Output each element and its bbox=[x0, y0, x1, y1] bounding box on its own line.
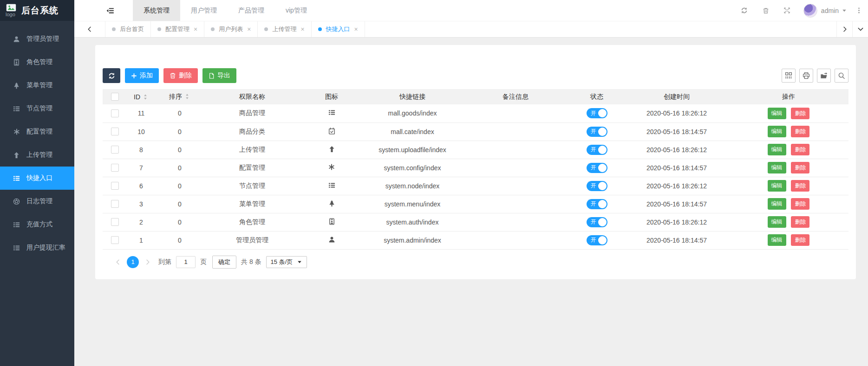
topnav-tab[interactable]: 用户管理 bbox=[180, 0, 228, 21]
page-tab[interactable]: 配置管理 × bbox=[150, 21, 204, 37]
edit-button[interactable]: 编辑 bbox=[768, 144, 786, 155]
tabs-scroll-left-icon[interactable] bbox=[74, 21, 105, 37]
tab-close-icon[interactable]: × bbox=[300, 26, 304, 33]
cell-link: system.node/index bbox=[363, 177, 462, 195]
sidebar-item-label: 充值方式 bbox=[26, 220, 52, 229]
export-button[interactable]: 导出 bbox=[202, 68, 236, 83]
select-caret-down-icon bbox=[297, 259, 302, 265]
status-toggle[interactable]: 开 bbox=[587, 127, 607, 137]
edit-button[interactable]: 编辑 bbox=[768, 108, 786, 119]
status-toggle[interactable]: 开 bbox=[587, 217, 607, 227]
topnav-tab[interactable]: vip管理 bbox=[275, 0, 318, 21]
toggle-columns-button[interactable] bbox=[782, 69, 796, 83]
refresh-button[interactable] bbox=[103, 68, 120, 83]
topnav-tab[interactable]: 系统管理 bbox=[133, 0, 180, 21]
edit-button[interactable]: 编辑 bbox=[768, 126, 786, 137]
more-menu-icon[interactable] bbox=[855, 7, 862, 14]
row-checkbox[interactable] bbox=[111, 128, 119, 135]
sidebar-item[interactable]: 用户提现汇率 bbox=[0, 236, 74, 259]
confirm-page-button[interactable]: 确定 bbox=[212, 256, 236, 269]
status-toggle[interactable]: 开 bbox=[587, 235, 607, 245]
page-size-select[interactable]: 15 条/页 bbox=[266, 256, 307, 268]
status-toggle[interactable]: 开 bbox=[587, 163, 607, 173]
sidebar-item[interactable]: 节点管理 bbox=[0, 97, 74, 120]
page-tab[interactable]: 后台首页 × bbox=[105, 21, 150, 37]
edit-button[interactable]: 编辑 bbox=[768, 180, 786, 192]
user-avatar[interactable] bbox=[803, 4, 817, 18]
cell-link: system.admin/index bbox=[363, 231, 462, 249]
toggle-on-label: 开 bbox=[591, 164, 596, 172]
sidebar-item[interactable]: 菜单管理 bbox=[0, 74, 74, 97]
table-row: 2 0 角色管理 system.auth/index 开 bbox=[103, 213, 848, 231]
sort-icon[interactable] bbox=[184, 93, 190, 100]
status-toggle[interactable]: 开 bbox=[587, 181, 607, 191]
row-delete-button[interactable]: 删除 bbox=[791, 216, 809, 228]
next-page-icon[interactable] bbox=[142, 259, 154, 265]
sidebar-item[interactable]: 角色管理 bbox=[0, 51, 74, 74]
row-delete-button[interactable]: 删除 bbox=[791, 180, 809, 192]
tab-status-dot-icon bbox=[112, 27, 116, 31]
cell-sort: 0 bbox=[156, 195, 204, 213]
page-tab[interactable]: 用户列表 × bbox=[204, 21, 257, 37]
status-toggle[interactable]: 开 bbox=[587, 145, 607, 155]
export-data-button[interactable] bbox=[817, 69, 831, 83]
tab-close-icon[interactable]: × bbox=[247, 26, 251, 33]
cell-link: system.auth/index bbox=[363, 213, 462, 231]
print-button[interactable] bbox=[799, 69, 813, 83]
sidebar-item[interactable]: 充值方式 bbox=[0, 213, 74, 236]
tab-close-icon[interactable]: × bbox=[194, 26, 197, 33]
cell-id: 11 bbox=[127, 104, 156, 122]
tabs-menu-icon[interactable] bbox=[852, 21, 868, 37]
row-checkbox[interactable] bbox=[111, 109, 119, 117]
page-tab[interactable]: 上传管理 × bbox=[257, 21, 311, 37]
row-checkbox[interactable] bbox=[111, 182, 119, 190]
select-all-checkbox[interactable] bbox=[111, 93, 119, 101]
row-checkbox[interactable] bbox=[111, 146, 119, 154]
sidebar-item[interactable]: 配置管理 bbox=[0, 120, 74, 143]
sidebar-item[interactable]: 上传管理 bbox=[0, 143, 74, 167]
collapse-sidebar-icon[interactable] bbox=[106, 6, 114, 15]
row-delete-button[interactable]: 删除 bbox=[791, 126, 809, 137]
table-row: 11 0 商品管理 mall.goods/index 开 bbox=[103, 104, 848, 122]
sidebar-item-label: 用户提现汇率 bbox=[26, 244, 65, 252]
search-button[interactable] bbox=[835, 69, 848, 83]
sidebar-item[interactable]: 快捷入口 bbox=[0, 167, 74, 190]
permission-icon bbox=[328, 200, 335, 207]
topnav-tab[interactable]: 产品管理 bbox=[228, 0, 275, 21]
status-toggle[interactable]: 开 bbox=[587, 199, 607, 209]
status-toggle[interactable]: 开 bbox=[587, 108, 607, 118]
sort-icon[interactable] bbox=[142, 94, 149, 100]
username[interactable]: admin bbox=[821, 7, 839, 14]
sidebar-item[interactable]: 日志管理 bbox=[0, 190, 74, 213]
row-checkbox[interactable] bbox=[111, 218, 119, 226]
tabs-scroll-right-icon[interactable] bbox=[836, 21, 852, 37]
row-checkbox[interactable] bbox=[111, 200, 119, 208]
row-delete-button[interactable]: 删除 bbox=[791, 234, 809, 246]
table-toolbar: 添加 删除 导出 bbox=[103, 68, 848, 83]
fullscreen-icon[interactable] bbox=[777, 0, 798, 21]
table-tools bbox=[782, 69, 848, 83]
clear-cache-trash-icon[interactable] bbox=[755, 0, 777, 21]
sidebar-item[interactable]: 管理员管理 bbox=[0, 27, 74, 51]
row-delete-button[interactable]: 删除 bbox=[791, 162, 809, 173]
edit-button[interactable]: 编辑 bbox=[768, 162, 786, 173]
add-button[interactable]: 添加 bbox=[125, 68, 159, 83]
refresh-icon[interactable] bbox=[734, 0, 755, 21]
goto-page-input[interactable] bbox=[176, 256, 196, 268]
tab-close-icon[interactable]: × bbox=[354, 26, 358, 33]
current-page-button[interactable]: 1 bbox=[127, 256, 139, 268]
row-delete-button[interactable]: 删除 bbox=[791, 108, 809, 119]
edit-button[interactable]: 编辑 bbox=[768, 216, 786, 228]
row-delete-button[interactable]: 删除 bbox=[791, 198, 809, 210]
delete-button[interactable]: 删除 bbox=[163, 68, 198, 83]
row-checkbox[interactable] bbox=[111, 164, 119, 172]
row-delete-button[interactable]: 删除 bbox=[791, 144, 809, 155]
row-checkbox[interactable] bbox=[111, 236, 119, 244]
page-tab[interactable]: 快捷入口 × bbox=[311, 21, 365, 37]
edit-button[interactable]: 编辑 bbox=[768, 198, 786, 210]
prev-page-icon[interactable] bbox=[112, 259, 124, 265]
table-row: 6 0 节点管理 system.node/index 开 bbox=[103, 177, 848, 195]
sidebar-item-label: 配置管理 bbox=[26, 128, 52, 136]
edit-button[interactable]: 编辑 bbox=[768, 234, 786, 246]
user-caret-down-icon[interactable] bbox=[842, 8, 847, 13]
